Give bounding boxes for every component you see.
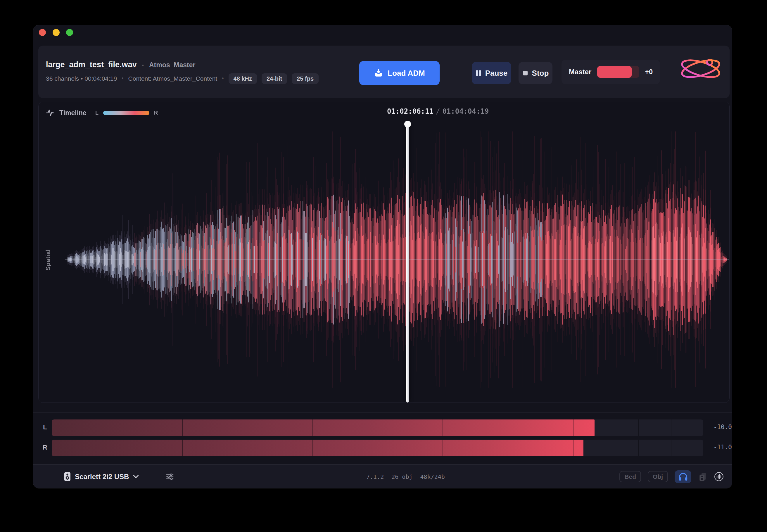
file-meta: 36 channels • 00:04:04:19: [46, 75, 117, 82]
app-logo-icon: [677, 53, 724, 86]
meter-segment-line: [182, 419, 183, 436]
meter-segment-line: [573, 440, 573, 456]
master-label: Master: [569, 68, 591, 76]
download-tray-icon: [374, 68, 383, 78]
headphones-icon: [678, 472, 688, 481]
waveform-canvas[interactable]: [39, 102, 729, 403]
meter-segment-line: [671, 419, 671, 436]
waveform-circle-icon: [714, 472, 724, 481]
device-selector[interactable]: Scarlett 2i2 USB: [64, 465, 139, 488]
bed-toggle-button[interactable]: Bed: [619, 471, 641, 482]
dual-speakers-icon: [698, 472, 707, 481]
status-objects: 26 obj: [391, 473, 412, 480]
meter-right: [52, 440, 703, 456]
current-time: 01:02:06:11: [387, 107, 433, 115]
separator-dot: •: [122, 75, 123, 82]
time-separator: /: [433, 107, 442, 115]
total-time: 01:04:04:19: [442, 107, 489, 115]
stop-icon: [522, 70, 528, 76]
stop-button[interactable]: Stop: [519, 62, 552, 84]
master-gain-value: +0: [645, 68, 653, 76]
meter-left: [52, 419, 703, 436]
master-volume-group: Master +0: [562, 60, 660, 84]
program-name: Atmos_Master: [149, 61, 196, 69]
pause-icon: [476, 70, 481, 77]
file-info: large_adm_test_file.wav • Atmos_Master 3…: [46, 46, 319, 98]
meter-segment-line: [508, 440, 508, 456]
playhead[interactable]: [406, 123, 409, 403]
playhead-handle[interactable]: [404, 121, 411, 127]
meter-segment-line: [508, 419, 508, 436]
render-mode-button[interactable]: [714, 472, 724, 481]
obj-toggle-button[interactable]: Obj: [648, 471, 668, 482]
bitdepth-badge: 24-bit: [262, 73, 287, 84]
file-title: large_adm_test_file.wav: [46, 60, 137, 69]
meter-segment-line: [312, 419, 313, 436]
meter-right-fill: [52, 440, 583, 456]
spatial-axis-label: Spatial: [44, 236, 52, 283]
output-settings-button[interactable]: [164, 471, 175, 482]
pause-button[interactable]: Pause: [472, 62, 511, 84]
meter-segment-line: [671, 440, 671, 456]
meter-segment-line: [312, 440, 313, 456]
headphone-monitor-button[interactable]: [675, 470, 691, 483]
separator-dot: •: [142, 63, 144, 69]
status-format: 48k/24b: [420, 473, 445, 480]
device-name: Scarlett 2i2 USB: [75, 473, 129, 481]
meter-segment-line: [182, 440, 183, 456]
app-window: large_adm_test_file.wav • Atmos_Master 3…: [33, 25, 732, 488]
stop-label: Stop: [532, 69, 549, 78]
separator-dot: •: [222, 75, 224, 82]
content-name: Content: Atmos_Master_Content: [128, 75, 217, 82]
footer-bar: Scarlett 2i2 USB 7.1.2 26 obj 48k/24b: [33, 464, 732, 488]
status-layout: 7.1.2: [366, 473, 384, 480]
pause-label: Pause: [485, 69, 508, 78]
meter-segment-line: [443, 440, 443, 456]
meter-left-value: -10.0: [706, 424, 732, 431]
engine-status: 7.1.2 26 obj 48k/24b: [366, 465, 445, 488]
speaker-cabinet-icon: [64, 472, 71, 481]
samplerate-badge: 48 kHz: [229, 73, 257, 84]
framerate-badge: 25 fps: [292, 73, 319, 84]
meter-right-value: -11.0: [706, 444, 732, 451]
minimize-button[interactable]: [53, 29, 60, 36]
timeline-panel: Timeline L R 01:02:06:11/01:04:04:19 Spa…: [38, 102, 730, 403]
close-button[interactable]: [39, 29, 46, 36]
load-adm-button[interactable]: Load ADM: [359, 61, 440, 85]
timecode-display: 01:02:06:11/01:04:04:19: [387, 107, 489, 115]
chevron-down-icon: [133, 475, 139, 479]
left-channel-label: L: [95, 110, 99, 116]
meter-left-fill: [52, 419, 595, 436]
meter-segment-line: [443, 419, 443, 436]
speakers-monitor-button[interactable]: [698, 472, 707, 481]
master-volume-slider[interactable]: [597, 66, 639, 78]
header-panel: large_adm_test_file.wav • Atmos_Master 3…: [38, 46, 730, 98]
meter-label-left: L: [39, 424, 51, 431]
timeline-label: Timeline: [59, 109, 87, 117]
meter-segment-line: [638, 419, 639, 436]
meter-segment-line: [573, 419, 573, 436]
maximize-button[interactable]: [66, 29, 73, 36]
meters-divider: [33, 412, 732, 412]
load-adm-label: Load ADM: [388, 69, 425, 78]
pulse-icon: [46, 108, 55, 117]
right-channel-label: R: [154, 110, 158, 116]
master-volume-fill: [597, 66, 632, 78]
meter-label-right: R: [39, 444, 51, 451]
screen: large_adm_test_file.wav • Atmos_Master 3…: [0, 0, 767, 532]
meter-segment-line: [638, 440, 639, 456]
sliders-icon: [165, 472, 174, 481]
stereo-balance-gradient: [103, 111, 149, 115]
